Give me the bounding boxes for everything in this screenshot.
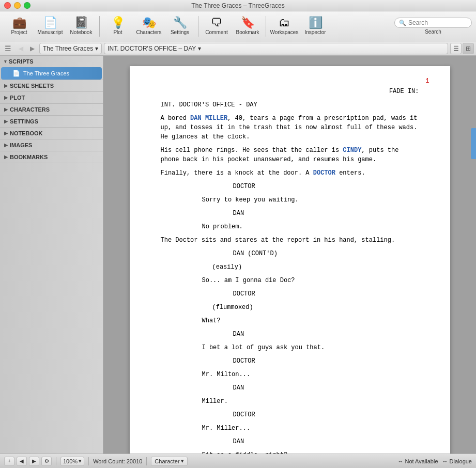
element-selector[interactable]: Character ▾: [151, 457, 187, 466]
scene-name: INT. DOCTOR'S OFFICE – DAY: [108, 45, 196, 52]
cue-doctor-2: DOCTOR: [233, 289, 419, 299]
sidebar-section-notebook: ▶ NOTEBOOK: [0, 128, 103, 139]
settings-status-button[interactable]: ⚙: [41, 457, 52, 466]
minimize-button[interactable]: [14, 2, 21, 9]
manuscript-label: Manuscript: [38, 29, 63, 35]
scene-heading-text: INT. DOCTOR'S OFFICE - DAY: [161, 101, 257, 108]
search-bar: 🔍 Search: [394, 18, 472, 35]
dialogue-doctor-1: Sorry to keep you waiting.: [202, 195, 378, 205]
toolbar-plot[interactable]: 💡 Plot: [103, 13, 133, 40]
project-label: Project: [11, 29, 27, 35]
element-arrow-icon: ▾: [181, 458, 184, 464]
characters-chevron-icon: ▶: [4, 107, 8, 112]
plot-label: PLOT: [10, 95, 25, 101]
status-info: ↔ Not Available ↔ Dialogue: [397, 458, 472, 464]
search-input[interactable]: [408, 19, 467, 26]
toolbar-separator-3: [266, 16, 266, 37]
sidebar-section-scene-sheets-header[interactable]: ▶ SCENE SHEETS: [0, 80, 103, 91]
view-grid[interactable]: ⊞: [463, 43, 474, 54]
script-area[interactable]: 1 FADE IN: INT. DOCTOR'S OFFICE - DAY A …: [103, 56, 476, 454]
cue-dan-3: DAN: [233, 383, 419, 393]
sidebar-section-bookmarks: ▶ BOOKMARKS: [0, 151, 103, 163]
search-input-wrap[interactable]: 🔍: [394, 18, 472, 28]
dialogue-text: ↔ Dialogue: [442, 458, 472, 464]
sidebar-section-plot-header[interactable]: ▶ PLOT: [0, 92, 103, 103]
action-3: Finally, there is a knock at the door. A…: [161, 168, 419, 178]
sidebar-section-characters-header[interactable]: ▶ CHARACTERS: [0, 104, 103, 115]
zoom-selector[interactable]: 100% ▾: [60, 457, 84, 466]
toolbar-characters[interactable]: 🎭 Characters: [134, 13, 164, 40]
scene-selector[interactable]: INT. DOCTOR'S OFFICE – DAY ▾: [104, 43, 448, 54]
script-page[interactable]: 1 FADE IN: INT. DOCTOR'S OFFICE - DAY A …: [130, 66, 450, 454]
status-sep-1: [56, 457, 56, 465]
sidebar-section-plot: ▶ PLOT: [0, 92, 103, 104]
scripts-chevron-icon: ▾: [4, 59, 7, 64]
cue-doctor-3: DOCTOR: [233, 356, 419, 366]
comment-icon: 🗨: [211, 17, 222, 28]
search-icon: 🔍: [399, 20, 406, 26]
cue-dan-1: DAN: [233, 209, 419, 218]
notebook-label: Notebook: [70, 29, 93, 35]
toolbar-notebook[interactable]: 📓 Notebook: [66, 13, 96, 40]
manuscript-icon: 📄: [43, 17, 57, 28]
bookmark-label: Bookmark: [236, 29, 259, 35]
sidebar-section-scripts-header[interactable]: ▾ SCRIPTS: [0, 56, 103, 67]
action-1: A bored DAN MILLER, 40, tears a page fro…: [161, 114, 419, 142]
sidebar-item-three-graces[interactable]: 📄 The Three Graces: [1, 67, 102, 80]
characters-icon: 🎭: [142, 17, 156, 28]
settings-chevron-icon: ▶: [4, 119, 8, 124]
toolbar-separator-1: [99, 16, 100, 37]
settings-label: SETTINGS: [10, 118, 38, 124]
toolbar-settings[interactable]: 🔧 Settings: [165, 13, 195, 40]
view-list[interactable]: ☰: [450, 43, 462, 54]
add-button[interactable]: +: [4, 457, 14, 466]
toolbar-manuscript[interactable]: 📄 Manuscript: [35, 13, 65, 40]
statusbar: + ◀ ▶ ⚙ 100% ▾ Word Count: 20010 Charact…: [0, 454, 476, 468]
sidebar-section-bookmarks-header[interactable]: ▶ BOOKMARKS: [0, 151, 103, 163]
bookmark-icon: 🔖: [241, 17, 255, 28]
status-sep-2: [88, 457, 89, 465]
sidebar-script-name: The Three Graces: [23, 70, 69, 76]
script-selector[interactable]: The Three Graces ▾: [39, 43, 102, 54]
status-sep-3: [146, 457, 147, 465]
images-chevron-icon: ▶: [4, 143, 8, 148]
action-4: The Doctor sits and stares at the report…: [161, 236, 419, 245]
close-button[interactable]: [4, 2, 11, 9]
nav-forward[interactable]: ▶: [27, 43, 37, 54]
dialogue-dan-1: No problem.: [202, 222, 378, 231]
sidebar-section-settings: ▶ SETTINGS: [0, 116, 103, 128]
blue-tab-indicator: [471, 128, 476, 159]
plot-label: Plot: [113, 29, 122, 35]
parent-doctor-1: (flummoxed): [212, 303, 419, 312]
scene-sheets-chevron-icon: ▶: [4, 83, 8, 88]
sidebar-section-images-header[interactable]: ▶ IMAGES: [0, 139, 103, 151]
cue-dan-contd: DAN (CONT'D): [233, 249, 419, 258]
toolbar-comment[interactable]: 🗨 Comment: [202, 13, 232, 40]
toolbar-project[interactable]: 💼 Project: [4, 13, 34, 40]
toolbar-workspaces[interactable]: 🗂 Workspaces: [269, 13, 299, 40]
dialogue-dan-4: Miller.: [202, 397, 378, 406]
dialogue-dan-3: I bet a lot of guys ask you that.: [202, 343, 378, 352]
toolbar-inspector[interactable]: ℹ️ Inspector: [300, 13, 330, 40]
zoom-value: 100%: [63, 458, 78, 464]
toolbar-bookmark[interactable]: 🔖 Bookmark: [233, 13, 263, 40]
workspaces-icon: 🗂: [279, 17, 290, 28]
dialogue-doctor-4: Mr. Miller...: [202, 424, 378, 433]
next-button[interactable]: ▶: [29, 457, 39, 466]
plot-chevron-icon: ▶: [4, 95, 8, 100]
toolbar-separator-2: [198, 16, 198, 37]
bookmarks-chevron-icon: ▶: [4, 154, 8, 160]
sidebar-section-scene-sheets: ▶ SCENE SHEETS: [0, 80, 103, 92]
sidebar-section-settings-header[interactable]: ▶ SETTINGS: [0, 116, 103, 127]
sidebar-section-notebook-header[interactable]: ▶ NOTEBOOK: [0, 128, 103, 139]
cue-doctor-4: DOCTOR: [233, 410, 419, 419]
script-file-icon: 📄: [12, 70, 20, 77]
prev-button[interactable]: ◀: [17, 457, 27, 466]
nav-back[interactable]: ◀: [16, 43, 26, 54]
zoom-arrow-icon: ▾: [79, 458, 82, 464]
window-controls: [4, 2, 30, 9]
action-2: His cell phone rings. He sees that the c…: [161, 146, 419, 164]
maximize-button[interactable]: [24, 2, 30, 9]
sidebar-toggle[interactable]: ☰: [2, 43, 13, 54]
images-label: IMAGES: [10, 142, 32, 148]
